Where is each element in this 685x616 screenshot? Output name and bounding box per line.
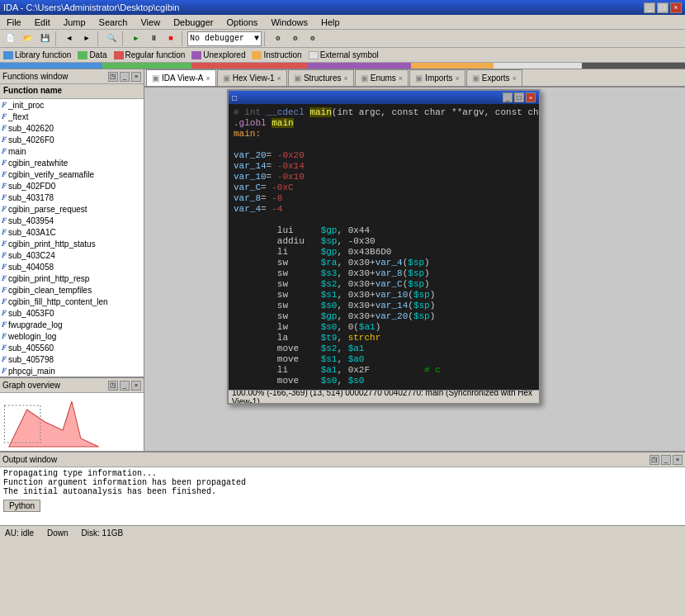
function-list-item[interactable]: 𝐹fwupgrade_log xyxy=(0,319,144,330)
tab-exports-label: Exports xyxy=(482,73,510,83)
function-list-item[interactable]: 𝐹sub_403954 xyxy=(0,215,144,226)
functions-min-btn[interactable]: _ xyxy=(120,72,130,82)
tab-hex-label: Hex View-1 xyxy=(233,73,275,83)
tab-exports[interactable]: ▣ Exports × xyxy=(466,69,522,86)
function-list-item[interactable]: 𝐹sub_402620 xyxy=(0,122,144,134)
graph-close-btn[interactable]: × xyxy=(131,381,141,391)
code-line-empty1 xyxy=(234,140,534,150)
toolbar-sep2 xyxy=(97,31,101,46)
toolbar-run[interactable]: ▶ xyxy=(128,31,144,46)
toolbar-stop[interactable]: ■ xyxy=(163,31,179,46)
dialog-min-btn[interactable]: _ xyxy=(503,92,513,102)
function-list-item[interactable]: 𝐹sub_403C24 xyxy=(0,249,144,261)
toolbar-extra3[interactable]: ⚙ xyxy=(305,31,321,46)
function-list-item[interactable]: 𝐹cgibin_verify_seamafile xyxy=(0,168,144,180)
dialog-title-bar: □ _ □ × xyxy=(229,91,539,104)
output-min-btn[interactable]: _ xyxy=(661,455,671,465)
tab-imports-close[interactable]: × xyxy=(455,74,459,83)
tab-structures[interactable]: ▣ Structures × xyxy=(288,69,354,86)
code-line-li-gp: li $gp, 0x43B6D0 xyxy=(234,247,534,258)
menu-help[interactable]: Help xyxy=(318,17,343,28)
maximize-button[interactable]: □ xyxy=(657,2,668,13)
toolbar-back[interactable]: ◄ xyxy=(61,31,78,46)
output-close-btn[interactable]: × xyxy=(673,455,683,465)
function-list-item[interactable]: 𝐹sub_404058 xyxy=(0,261,144,272)
title-text: IDA - C:\Users\Administrator\Desktop\cgi… xyxy=(3,2,179,12)
code-line-1: # int __cdecl main(int argc, const char … xyxy=(234,107,534,118)
functions-close-btn[interactable]: × xyxy=(131,72,141,82)
tab-hex-view-1[interactable]: ▣ Hex View-1 × xyxy=(217,69,287,86)
function-list[interactable]: 𝐹_init_proc𝐹_ftext𝐹sub_402620𝐹sub_4026F0… xyxy=(0,99,144,377)
code-line-varc: var_C= -0xC xyxy=(234,182,534,193)
tab-ida-close[interactable]: × xyxy=(206,74,210,83)
function-list-item[interactable]: 𝐹sub_4026F0 xyxy=(0,134,144,145)
function-list-item[interactable]: 𝐹cgibin_print_http_resp xyxy=(0,272,144,284)
function-list-item[interactable]: 𝐹_ftext xyxy=(0,111,144,122)
tab-exports-close[interactable]: × xyxy=(513,74,517,83)
toolbar-extra1[interactable]: ⚙ xyxy=(270,31,286,46)
function-icon: 𝐹 xyxy=(2,297,7,306)
output-content[interactable]: Propagating type information... Function… xyxy=(0,467,685,525)
debugger-dropdown[interactable]: No debugger ▼ xyxy=(187,31,262,46)
function-list-item[interactable]: 𝐹cgibin_reatwhite xyxy=(0,157,144,168)
menu-file[interactable]: File xyxy=(3,17,25,28)
close-button[interactable]: × xyxy=(670,2,682,13)
tab-ida-icon: ▣ xyxy=(152,73,159,83)
tab-enums[interactable]: ▣ Enums × xyxy=(355,69,409,86)
tab-ida-view-a[interactable]: ▣ IDA View-A × xyxy=(146,69,216,86)
function-list-item[interactable]: 𝐹phpcgi_main xyxy=(0,365,144,377)
toolbar-search[interactable]: 🔍 xyxy=(103,31,120,46)
python-button[interactable]: Python xyxy=(3,500,40,512)
function-list-item[interactable]: 𝐹_init_proc xyxy=(0,99,144,111)
function-icon: 𝐹 xyxy=(2,159,7,168)
menu-debugger[interactable]: Debugger xyxy=(170,17,216,28)
tab-imports[interactable]: ▣ Imports × xyxy=(409,69,465,86)
menu-search[interactable]: Search xyxy=(96,17,131,28)
tab-enum-close[interactable]: × xyxy=(399,74,403,83)
graph-float-btn[interactable]: ◳ xyxy=(108,381,118,391)
function-list-item[interactable]: 𝐹cgibin_clean_tempfiles xyxy=(0,284,144,296)
function-icon: 𝐹 xyxy=(2,320,7,329)
output-line-2: Function argument information has been p… xyxy=(3,478,682,487)
toolbar-open[interactable]: 📂 xyxy=(19,31,35,46)
menu-edit[interactable]: Edit xyxy=(31,17,54,28)
function-icon: 𝐹 xyxy=(2,147,7,156)
dialog-content[interactable]: # int __cdecl main(int argc, const char … xyxy=(229,104,539,390)
toolbar-sep5 xyxy=(264,31,267,46)
function-icon: 𝐹 xyxy=(2,263,7,272)
functions-window-title: Functions window xyxy=(2,72,68,81)
toolbar-pause[interactable]: ⏸ xyxy=(145,31,162,46)
tab-struct-close[interactable]: × xyxy=(343,74,347,83)
code-line-empty2 xyxy=(234,215,534,225)
toolbar-extra2[interactable]: ⚙ xyxy=(287,31,304,46)
output-float-btn[interactable]: ◳ xyxy=(650,455,659,465)
graph-min-btn[interactable]: _ xyxy=(120,381,130,391)
tab-enum-icon: ▣ xyxy=(361,73,368,83)
tab-hex-close[interactable]: × xyxy=(277,74,281,83)
code-view[interactable]: □ _ □ × # int __cdecl main(int argc, con… xyxy=(144,88,685,451)
code-line-var20: var_20= -0x20 xyxy=(234,150,534,161)
function-list-item[interactable]: 𝐹cgibin_print_http_status xyxy=(0,238,144,249)
toolbar-save[interactable]: 💾 xyxy=(36,31,53,46)
menu-windows[interactable]: Windows xyxy=(267,17,311,28)
function-list-item[interactable]: 𝐹sub_4053F0 xyxy=(0,307,144,319)
toolbar-new[interactable]: 📄 xyxy=(2,31,18,46)
menu-jump[interactable]: Jump xyxy=(60,17,89,28)
function-list-item[interactable]: 𝐹cgibin_fill_http_content_len xyxy=(0,296,144,307)
function-list-item[interactable]: 𝐹weblogin_log xyxy=(0,330,144,342)
function-list-item[interactable]: 𝐹cgibin_parse_request xyxy=(0,203,144,215)
function-list-item[interactable]: 𝐹sub_403A1C xyxy=(0,226,144,238)
menu-view[interactable]: View xyxy=(137,17,163,28)
status-bar: AU: idle Down Disk: 11GB xyxy=(0,525,685,540)
toolbar-forward[interactable]: ► xyxy=(78,31,95,46)
function-list-item[interactable]: 𝐹main xyxy=(0,145,144,157)
minimize-button[interactable]: _ xyxy=(644,2,655,13)
functions-float-btn[interactable]: ◳ xyxy=(108,72,118,82)
function-list-item[interactable]: 𝐹sub_403178 xyxy=(0,192,144,203)
dialog-max-btn[interactable]: □ xyxy=(514,92,524,102)
function-list-item[interactable]: 𝐹sub_405798 xyxy=(0,353,144,365)
function-list-item[interactable]: 𝐹sub_405560 xyxy=(0,342,144,353)
function-list-item[interactable]: 𝐹sub_402FD0 xyxy=(0,180,144,192)
menu-options[interactable]: Options xyxy=(223,17,261,28)
dialog-close-btn[interactable]: × xyxy=(526,92,536,102)
